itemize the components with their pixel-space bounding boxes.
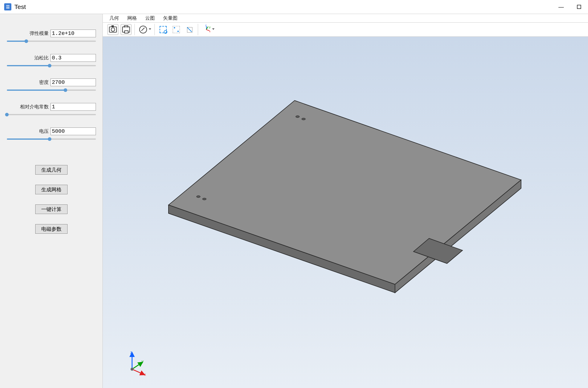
- svg-marker-1: [169, 101, 521, 284]
- view-tabs: 几何 网格 云图 矢量图: [103, 14, 588, 23]
- generate-mesh-button[interactable]: 生成网格: [35, 185, 68, 194]
- print-button[interactable]: [121, 24, 131, 35]
- generate-geometry-button[interactable]: 生成几何: [35, 165, 68, 175]
- svg-point-7: [197, 196, 200, 198]
- param-voltage: 电压: [7, 127, 96, 141]
- svg-point-8: [203, 198, 206, 200]
- voltage-slider[interactable]: [7, 137, 96, 141]
- poisson-ratio-input[interactable]: [50, 54, 96, 62]
- tab-contour[interactable]: 云图: [141, 14, 159, 22]
- param-label: 密度: [39, 79, 49, 86]
- parameter-panel: 弹性模量 泊松比 密度: [0, 14, 103, 388]
- forbid-icon: [139, 26, 147, 33]
- svg-point-5: [296, 116, 299, 118]
- param-density: 密度: [7, 78, 96, 92]
- relative-permittivity-slider[interactable]: [7, 113, 96, 117]
- maximize-button[interactable]: [570, 0, 588, 14]
- graphics-toolbar: z y x: [103, 23, 588, 37]
- svg-line-10: [132, 363, 141, 369]
- camera-icon: [109, 27, 117, 33]
- window-controls: —: [552, 0, 588, 14]
- param-poisson-ratio: 泊松比: [7, 54, 96, 68]
- maximize-icon: [577, 5, 581, 9]
- minimize-button[interactable]: —: [552, 0, 570, 14]
- svg-rect-0: [577, 5, 581, 9]
- param-label: 弹性模量: [30, 30, 49, 37]
- svg-line-11: [132, 369, 143, 374]
- oneclick-calculate-button[interactable]: 一键计算: [35, 204, 68, 214]
- param-label: 电压: [39, 128, 49, 135]
- param-elastic-modulus: 弹性模量: [7, 30, 96, 43]
- elastic-modulus-input[interactable]: [50, 30, 96, 37]
- box-select-button[interactable]: [158, 24, 169, 35]
- geometry-model: [166, 87, 525, 320]
- axis-orientation-button[interactable]: z y x: [201, 24, 212, 35]
- app-icon: ☰: [4, 3, 11, 10]
- svg-point-6: [302, 118, 305, 120]
- fit-points-icon: [173, 26, 180, 33]
- box-select-icon: [160, 26, 167, 33]
- svg-point-12: [131, 368, 134, 371]
- param-relative-permittivity: 相对介电常数: [7, 103, 96, 117]
- orientation-triad: z y x: [121, 350, 148, 377]
- param-label: 泊松比: [34, 55, 49, 61]
- clear-scene-button[interactable]: [138, 24, 148, 35]
- fit-points-button[interactable]: [171, 24, 182, 35]
- elastic-modulus-slider[interactable]: [7, 39, 96, 43]
- tab-geometry[interactable]: 几何: [105, 14, 123, 22]
- zoom-extents-icon: [186, 26, 193, 33]
- zoom-extents-button[interactable]: [184, 24, 195, 35]
- z-label: z: [130, 350, 132, 355]
- 3d-viewport[interactable]: z y x: [103, 37, 588, 388]
- tab-mesh[interactable]: 网格: [123, 14, 141, 22]
- dropdown-caret-icon: [149, 28, 151, 30]
- voltage-input[interactable]: [50, 127, 96, 135]
- axis-icon: z y x: [203, 26, 210, 33]
- density-input[interactable]: [50, 78, 96, 86]
- dropdown-caret-icon: [212, 28, 215, 30]
- window-title: Test: [14, 3, 26, 10]
- snapshot-button[interactable]: [108, 24, 118, 35]
- poisson-ratio-slider[interactable]: [7, 64, 96, 68]
- y-label: y: [142, 359, 144, 364]
- print-icon: [122, 27, 130, 33]
- title-bar: ☰ Test —: [0, 0, 588, 14]
- x-label: x: [144, 372, 146, 377]
- param-label: 相对介电常数: [20, 104, 49, 110]
- relative-permittivity-input[interactable]: [50, 103, 96, 111]
- em-parameters-button[interactable]: 电磁参数: [35, 224, 68, 234]
- tab-vector[interactable]: 矢量图: [159, 14, 182, 22]
- density-slider[interactable]: [7, 88, 96, 92]
